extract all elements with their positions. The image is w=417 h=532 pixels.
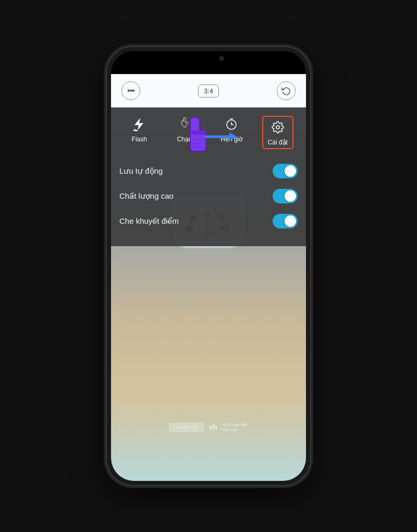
pointer-illustration [185,110,242,159]
flash-label: Flash [132,136,147,143]
flash-icon [133,117,145,131]
auto-save-row: Lưu tự động [119,159,298,184]
flash-control[interactable]: Flash [124,116,155,149]
aspect-ratio-selector[interactable]: 3:4 [198,84,219,98]
publisher-badge-1: NGƯƠI VIỆT [169,423,204,432]
notch [177,51,240,66]
toggle-settings: Lưu tự động Chất lượng cao Che khuyết đi… [111,154,306,238]
more-button[interactable]: ••• [121,81,140,100]
svg-point-23 [276,126,279,129]
high-quality-label: Chất lượng cao [119,191,174,201]
high-quality-row: Chất lượng cao [119,184,298,209]
camera-screen: NGƯƠI VIỆT vh Nhà xuất bảnVăn học ••• 3:… [111,74,306,481]
settings-icon-container [269,119,286,136]
phone-inner: NGƯƠI VIỆT vh Nhà xuất bảnVăn học ••• 3:… [111,51,306,481]
more-icon: ••• [127,86,134,95]
auto-save-toggle[interactable] [273,164,298,178]
settings-icon [272,121,284,134]
flash-icon-container [131,116,148,132]
rotate-button[interactable] [277,81,296,100]
settings-control[interactable]: Cài đặt [262,116,293,149]
aspect-ratio-label: 3:4 [204,87,213,95]
thumbs-up-pointer-icon [185,110,242,156]
status-bar [111,51,306,74]
svg-rect-26 [190,130,206,135]
rotate-icon [281,86,291,95]
svg-marker-28 [229,132,237,141]
publisher-badge-2: vh [208,423,217,431]
publisher-sub: Nhà xuất bảnVăn học [223,422,248,432]
top-toolbar: ••• 3:4 [111,74,306,107]
blemish-cover-row: Che khuyết điểm [119,209,298,234]
bottom-labels: NGƯƠI VIỆT vh Nhà xuất bảnVăn học [169,422,248,432]
high-quality-toggle[interactable] [273,189,298,203]
blemish-cover-label: Che khuyết điểm [119,216,179,226]
front-camera [219,56,224,61]
auto-save-label: Lưu tự động [119,166,163,176]
blemish-cover-toggle[interactable] [273,214,298,228]
phone-frame: NGƯƠI VIỆT vh Nhà xuất bảnVăn học ••• 3:… [107,47,310,485]
settings-label: Cài đặt [268,139,288,146]
